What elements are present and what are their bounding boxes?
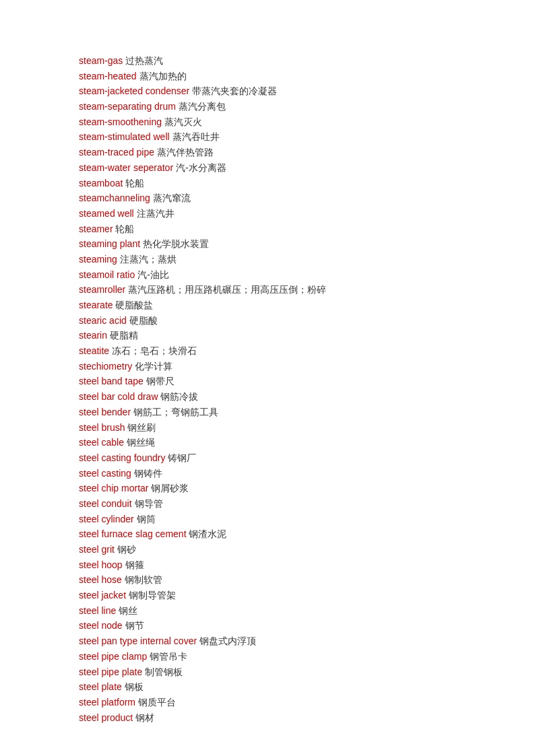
definition: 钢管吊卡 <box>150 651 187 662</box>
list-item: steel grit 钢砂 <box>79 543 495 557</box>
definition: 钢箍 <box>125 559 144 570</box>
definition: 钢板 <box>125 681 144 692</box>
list-item: steel product 钢材 <box>79 711 495 726</box>
list-item: steamchanneling 蒸汽窜流 <box>79 191 495 206</box>
list-item: steaming 注蒸汽；蒸烘 <box>79 252 495 267</box>
definition: 轮船 <box>125 178 144 188</box>
term: steam-stimulated well <box>79 131 170 142</box>
term: steel hose <box>79 574 122 585</box>
term: steel pipe clamp <box>79 651 147 662</box>
definition: 汽-油比 <box>137 269 169 280</box>
term: steel conduit <box>79 498 132 509</box>
definition: 热化学脱水装置 <box>143 238 209 249</box>
list-item: stearate 硬脂酸盐 <box>79 298 495 313</box>
term: steel cable <box>79 437 124 448</box>
list-item: steel node 钢节 <box>79 619 495 633</box>
term: steel pipe plate <box>79 666 142 677</box>
term: steel pan type internal cover <box>79 635 197 646</box>
term: steel grit <box>79 544 115 555</box>
definition: 注蒸汽；蒸烘 <box>120 254 177 265</box>
list-item: steel hose 钢制软管 <box>79 573 495 588</box>
list-item: stearic acid 硬脂酸 <box>79 314 495 329</box>
definition: 蒸汽压路机；用压路机碾压；用高压压倒；粉碎 <box>128 284 326 295</box>
term: steel hoop <box>79 559 123 570</box>
definition: 钢导管 <box>135 498 163 509</box>
definition: 钢材 <box>135 712 154 723</box>
definition: 蒸汽加热的 <box>139 71 187 81</box>
definition: 硬脂精 <box>110 330 138 341</box>
definition: 注蒸汽井 <box>137 208 175 219</box>
list-item: steel plate 钢板 <box>79 680 495 695</box>
list-item: steamboat 轮船 <box>79 176 495 191</box>
definition: 钢渣水泥 <box>189 528 226 539</box>
list-item: steam-stimulated well 蒸汽吞吐井 <box>79 130 495 145</box>
term: steam-smoothening <box>79 116 162 127</box>
list-item: steamed well 注蒸汽井 <box>79 207 495 221</box>
term: stechiometry <box>79 361 132 372</box>
term: steel platform <box>79 697 135 708</box>
list-item: steel jacket 钢制导管架 <box>79 588 495 603</box>
definition: 钢节 <box>125 620 144 631</box>
dictionary-content: steam-gas 过热蒸汽steam-heated 蒸汽加热的steam-ja… <box>79 54 495 725</box>
definition: 蒸汽伴热管路 <box>157 147 214 158</box>
term: steaming plant <box>79 238 140 249</box>
term: steam-separating drum <box>79 101 176 112</box>
definition: 钢盘式内浮顶 <box>199 635 256 646</box>
term: steaming <box>79 254 117 265</box>
definition: 钢铸件 <box>134 468 162 479</box>
definition: 轮船 <box>115 224 134 234</box>
term: steamer <box>79 224 113 234</box>
definition: 钢筋冷拔 <box>160 391 198 402</box>
definition: 钢丝绳 <box>127 437 155 448</box>
list-item: stearin 硬脂精 <box>79 329 495 343</box>
term: steel jacket <box>79 590 126 600</box>
definition: 钢质平台 <box>138 697 176 708</box>
list-item: steatite 冻石；皂石；块滑石 <box>79 344 495 359</box>
list-item: steel brush 钢丝刷 <box>79 421 495 436</box>
list-item: steamroller 蒸汽压路机；用压路机碾压；用高压压倒；粉碎 <box>79 283 495 298</box>
definition: 化学计算 <box>135 361 172 372</box>
list-item: steel furnace slag cement 钢渣水泥 <box>79 527 495 542</box>
definition: 制管钢板 <box>145 666 183 677</box>
definition: 过热蒸汽 <box>125 55 163 66</box>
term: steel brush <box>79 422 125 433</box>
list-item: steel chip mortar 钢屑砂浆 <box>79 481 495 496</box>
definition: 钢制软管 <box>125 574 162 585</box>
term: stearin <box>79 330 107 341</box>
term: steel line <box>79 605 116 616</box>
term: steamoil ratio <box>79 269 135 280</box>
list-item: steel band tape 钢带尺 <box>79 374 495 389</box>
list-item: steam-separating drum 蒸汽分离包 <box>79 100 495 114</box>
term: steel bender <box>79 407 131 417</box>
definition: 铸钢厂 <box>168 452 196 463</box>
definition: 钢屑砂浆 <box>151 483 189 493</box>
term: steam-water seperator <box>79 162 173 173</box>
term: steel casting foundry <box>79 452 165 463</box>
list-item: steel bar cold draw 钢筋冷拔 <box>79 390 495 405</box>
definition: 汽-水分离器 <box>176 162 226 173</box>
list-item: steel casting foundry 铸钢厂 <box>79 451 495 466</box>
list-item: steel platform 钢质平台 <box>79 695 495 710</box>
list-item: steel cylinder 钢筒 <box>79 512 495 527</box>
definition: 钢筋工；弯钢筋工具 <box>133 407 218 417</box>
term: steam-heated <box>79 71 137 81</box>
list-item: steel hoop 钢箍 <box>79 558 495 573</box>
definition: 钢丝刷 <box>127 422 156 433</box>
term: steel bar cold draw <box>79 391 158 402</box>
term: steel product <box>79 712 133 723</box>
list-item: steel pan type internal cover 钢盘式内浮顶 <box>79 634 495 649</box>
term: steel node <box>79 620 123 631</box>
definition: 冻石；皂石；块滑石 <box>112 345 197 356</box>
definition: 蒸汽分离包 <box>179 101 226 112</box>
list-item: steamoil ratio 汽-油比 <box>79 268 495 283</box>
term: steamchanneling <box>79 193 150 203</box>
list-item: steel casting 钢铸件 <box>79 467 495 481</box>
term: steel plate <box>79 681 122 692</box>
definition: 钢制导管架 <box>129 590 176 600</box>
list-item: steel line 钢丝 <box>79 604 495 619</box>
term: steam-gas <box>79 55 123 66</box>
term: steel cylinder <box>79 514 134 524</box>
list-item: steel conduit 钢导管 <box>79 497 495 512</box>
term: steamroller <box>79 284 125 295</box>
list-item: steaming plant 热化学脱水装置 <box>79 237 495 252</box>
